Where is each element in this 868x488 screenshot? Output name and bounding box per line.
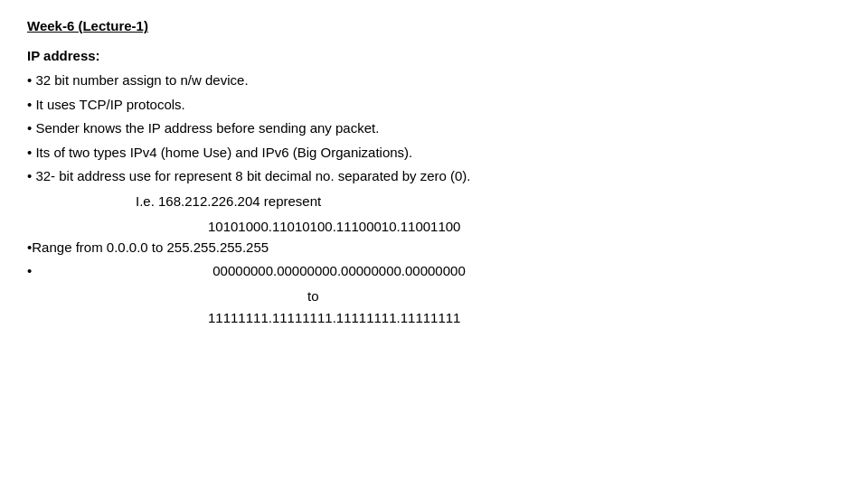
to-line: to <box>307 286 841 307</box>
zeros-text: 00000000.00000000.00000000.00000000 <box>212 261 465 282</box>
ones-line: 11111111.11111111.11111111.11111111 <box>208 307 841 329</box>
list-item: It uses TCP/IP protocols. <box>27 95 841 116</box>
page-container: Week-6 (Lecture-1) IP address: 32 bit nu… <box>27 18 841 329</box>
indent-line-1: I.e. 168.212.226.204 represent <box>136 191 841 212</box>
page-title: Week-6 (Lecture-1) <box>27 18 841 33</box>
section-heading: IP address: <box>27 48 841 63</box>
list-item: 32- bit address use for represent 8 bit … <box>27 166 841 187</box>
range-line: Range from 0.0.0.0 to 255.255.255.255 <box>27 238 841 258</box>
bullet-list: 32 bit number assign to n/w device. It u… <box>27 70 841 187</box>
range-text: Range from 0.0.0.0 to 255.255.255.255 <box>32 238 269 258</box>
list-item: Its of two types IPv4 (home Use) and IPv… <box>27 143 841 164</box>
zeros-line: 00000000.00000000.00000000.00000000 <box>27 261 841 282</box>
list-item: 32 bit number assign to n/w device. <box>27 70 841 91</box>
list-item: Sender knows the IP address before sendi… <box>27 118 841 139</box>
indent-line-2: 10101000.11010100.11100010.11001100 <box>208 216 841 238</box>
